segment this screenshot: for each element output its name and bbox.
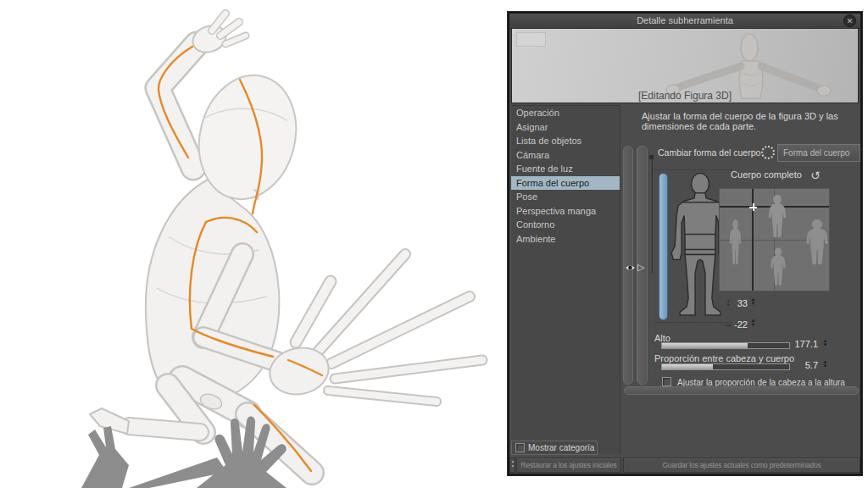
show-category-box: Mostrar categoría: [511, 441, 598, 455]
nav-item-pose[interactable]: Pose: [511, 190, 620, 204]
proportion-slider-fill: [662, 364, 713, 369]
window-titlebar[interactable]: Detalle subherramienta: [509, 14, 860, 29]
vertical-arrows-icon: ↕: [726, 297, 731, 308]
height-slider-fill: [662, 343, 748, 348]
palette-corner-icon[interactable]: [509, 458, 515, 473]
save-as-default-button[interactable]: Guardar los ajustes actuales como predet…: [623, 458, 860, 473]
vertical-value-spinner[interactable]: ▲ ▼: [749, 297, 757, 306]
proportion-slider-label: Proporción entre cabeza y cuerpo: [654, 353, 794, 363]
dotted-selection-icon: [761, 146, 775, 159]
category-list: Operación Asignar Lista de objetos Cámar…: [511, 105, 620, 454]
reset-icon[interactable]: ↺: [810, 169, 821, 182]
vertical-value[interactable]: 33: [733, 298, 748, 308]
application-stage: Detalle subherramienta ✕ [Editando Figur…: [0, 0, 868, 488]
nav-item-asignar[interactable]: Asignar: [511, 120, 620, 135]
nav-item-lista-de-objetos[interactable]: Lista de objetos: [511, 134, 620, 148]
selected-part-blue-bar[interactable]: [659, 173, 668, 320]
preset-button-label: Forma del cuerpo: [783, 148, 849, 158]
close-icon: ✕: [847, 17, 854, 25]
spinner-down-icon[interactable]: ▼: [823, 364, 828, 369]
preview-tool-chip: [516, 32, 546, 47]
mannequin-figure: [90, 14, 482, 473]
nav-item-operacion[interactable]: Operación: [511, 106, 620, 120]
section-label: Cambiar forma del cuerpo: [658, 147, 760, 158]
show-category-label: Mostrar categoría: [528, 443, 594, 452]
spinner-down-icon[interactable]: ▼: [823, 343, 828, 347]
canvas-3d-figure[interactable]: [0, 0, 508, 488]
nav-item-contorno[interactable]: Contorno: [511, 218, 620, 232]
group-bracket-dot: [649, 155, 654, 159]
pad-crosshair-cursor[interactable]: [749, 203, 757, 211]
expand-triangle-icon[interactable]: ▷: [637, 261, 644, 273]
body-shape-preset-button[interactable]: Forma del cuerpo: [777, 144, 860, 162]
subtool-detail-window: Detalle subherramienta ✕ [Editando Figur…: [508, 12, 862, 475]
figure-heavy-icon: [804, 218, 831, 266]
spinner-down-icon[interactable]: ▼: [751, 323, 756, 327]
proportion-spinner[interactable]: ▲ ▼: [821, 360, 829, 369]
section-description: Ajustar la forma del cuerpo de la figura…: [642, 111, 864, 131]
horizontal-value[interactable]: -22: [732, 319, 748, 330]
visibility-eye-icon[interactable]: [625, 263, 636, 272]
pad-title: Cuerpo completo: [719, 169, 814, 180]
spinner-down-icon[interactable]: ▼: [751, 302, 756, 306]
nav-item-ambiente[interactable]: Ambiente: [511, 232, 620, 247]
close-button[interactable]: ✕: [843, 14, 856, 27]
proportion-slider[interactable]: [661, 363, 790, 370]
height-value[interactable]: 177.1: [786, 339, 818, 349]
nav-item-perspectiva-manga[interactable]: Perspectiva manga: [511, 204, 620, 219]
horizontal-value-spinner[interactable]: ▲ ▼: [749, 319, 757, 327]
preview-area: [Editando Figura 3D]: [511, 28, 859, 103]
figure-thin-icon: [728, 218, 743, 266]
window-title: Detalle subherramienta: [637, 15, 733, 25]
restore-defaults-button[interactable]: Restaurar a los ajustes iniciales: [516, 458, 621, 473]
show-category-checkbox[interactable]: [515, 443, 525, 452]
figure-muscular-icon: [766, 193, 788, 239]
horizontal-scrollbar[interactable]: [624, 386, 859, 395]
adjust-head-checkbox[interactable]: [662, 377, 671, 386]
preview-caption: [Editando Figura 3D]: [512, 90, 858, 102]
proportion-value[interactable]: 5.7: [786, 360, 818, 370]
nav-item-forma-del-cuerpo[interactable]: Forma del cuerpo: [511, 176, 620, 191]
height-slider[interactable]: [661, 342, 790, 349]
body-shape-pad[interactable]: [719, 188, 830, 291]
figure-child-icon: [769, 246, 787, 287]
height-spinner[interactable]: ▲ ▼: [821, 339, 829, 347]
nav-item-fuente-de-luz[interactable]: Fuente de luz: [511, 162, 620, 176]
group-bracket-line: [652, 158, 653, 273]
nav-item-camara[interactable]: Cámara: [511, 148, 620, 163]
